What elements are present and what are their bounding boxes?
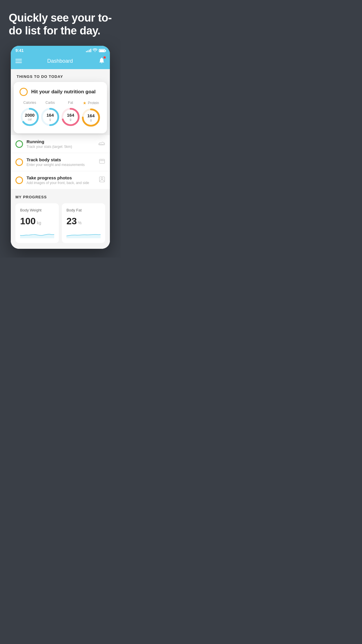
hero-title: Quickly see your to-do list for the day.	[9, 12, 112, 37]
wifi-icon	[93, 48, 97, 53]
body-fat-chart	[66, 230, 101, 238]
running-check-circle	[15, 140, 23, 148]
photos-text: Take progress photos Add images of your …	[27, 175, 95, 185]
carbs-center: 164 g	[46, 113, 54, 121]
body-weight-unit: kg	[37, 220, 41, 225]
svg-rect-8	[99, 159, 105, 163]
calories-donut: 2000 cal	[20, 107, 40, 127]
body-stats-title: Track body stats	[27, 157, 95, 162]
fat-value: 164	[67, 113, 74, 118]
calories-center: 2000 cal	[25, 113, 34, 121]
fat-unit: g	[67, 118, 74, 121]
body-fat-number: 23	[66, 216, 77, 227]
nutrition-card: Hit your daily nutrition goal Calories	[14, 82, 107, 133]
carbs-value: 164	[46, 113, 54, 118]
body-fat-card-title: Body Fat	[66, 208, 101, 212]
things-to-do-header: THINGS TO DO TODAY	[11, 69, 110, 82]
body-weight-number: 100	[20, 216, 36, 227]
body-stats-text: Track body stats Enter your weight and m…	[27, 157, 95, 167]
things-to-do-title: THINGS TO DO TODAY	[17, 74, 63, 79]
fat-center: 164 g	[67, 113, 74, 121]
running-subtitle: Track your stats (target: 5km)	[27, 145, 95, 149]
progress-title: MY PROGRESS	[15, 195, 105, 199]
fat-donut: 164 g	[61, 107, 80, 127]
body-stats-check-circle	[15, 158, 23, 166]
body-stats-subtitle: Enter your weight and measurements	[27, 163, 95, 167]
hero-section: Quickly see your to-do list for the day.	[0, 0, 121, 43]
signal-icon	[86, 49, 91, 52]
phone-mockup: 9:41 Dashboard	[11, 46, 110, 249]
protein-center: 164 g	[87, 114, 94, 122]
shoe-icon	[98, 140, 105, 148]
body-fat-card[interactable]: Body Fat 23 %	[62, 203, 105, 243]
notification-button[interactable]	[98, 57, 105, 65]
nutrition-calories: Calories 2000 cal	[20, 101, 40, 127]
progress-cards: Body Weight 100 kg	[15, 203, 105, 249]
body-fat-unit: %	[78, 220, 82, 225]
scale-icon	[99, 158, 105, 166]
body-weight-chart	[20, 230, 54, 238]
nutrition-circles: Calories 2000 cal	[20, 101, 101, 127]
nutrition-protein: ★ Protein 164 g	[81, 101, 101, 127]
notification-badge	[103, 56, 106, 59]
running-text: Running Track your stats (target: 5km)	[27, 139, 95, 149]
battery-icon	[99, 49, 105, 52]
my-progress-section: MY PROGRESS Body Weight 100 kg	[11, 189, 110, 249]
svg-point-13	[101, 178, 103, 179]
carbs-label: Carbs	[45, 101, 55, 105]
calories-value: 2000	[25, 113, 34, 118]
photos-subtitle: Add images of your front, back, and side	[27, 181, 95, 185]
carbs-donut: 164 g	[40, 107, 60, 127]
photos-check-circle	[15, 176, 23, 184]
todo-item-running[interactable]: Running Track your stats (target: 5km)	[11, 135, 110, 153]
nutrition-card-title: Hit your daily nutrition goal	[31, 89, 96, 95]
running-title: Running	[27, 139, 95, 144]
protein-donut: 164 g	[81, 108, 101, 127]
person-icon	[99, 176, 105, 184]
photos-title: Take progress photos	[27, 175, 95, 180]
protein-label: ★ Protein	[83, 101, 99, 105]
status-icons	[86, 48, 105, 53]
body-weight-card-title: Body Weight	[20, 208, 54, 212]
body-weight-value: 100 kg	[20, 216, 54, 227]
todo-item-body-stats[interactable]: Track body stats Enter your weight and m…	[11, 153, 110, 171]
nutrition-check-circle[interactable]	[20, 88, 28, 96]
todo-list: Running Track your stats (target: 5km)	[11, 135, 110, 189]
app-header: Dashboard	[11, 54, 110, 69]
nutrition-fat: Fat 164 g	[61, 101, 80, 127]
calories-unit: cal	[25, 118, 34, 121]
page-wrapper: Quickly see your to-do list for the day.…	[0, 0, 121, 258]
body-weight-card[interactable]: Body Weight 100 kg	[15, 203, 59, 243]
body-fat-value: 23 %	[66, 216, 101, 227]
calories-label: Calories	[23, 101, 36, 105]
fat-label: Fat	[68, 101, 73, 105]
phone-content: THINGS TO DO TODAY Hit your daily nutrit…	[11, 69, 110, 249]
star-icon: ★	[83, 101, 87, 105]
todo-item-photos[interactable]: Take progress photos Add images of your …	[11, 171, 110, 189]
header-title: Dashboard	[47, 58, 73, 64]
protein-unit: g	[87, 118, 94, 122]
status-bar: 9:41	[11, 46, 110, 54]
status-time: 9:41	[15, 48, 24, 53]
carbs-unit: g	[46, 118, 54, 121]
menu-button[interactable]	[15, 59, 22, 63]
protein-value: 164	[87, 114, 94, 119]
nutrition-card-header: Hit your daily nutrition goal	[20, 88, 101, 96]
nutrition-carbs: Carbs 164 g	[40, 101, 60, 127]
